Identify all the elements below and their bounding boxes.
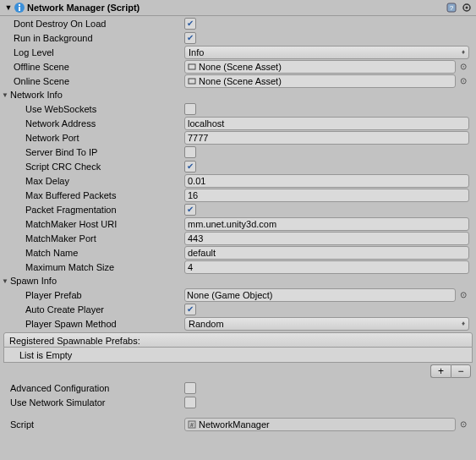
svg-point-6 xyxy=(466,7,468,9)
packet-frag-checkbox[interactable]: ✔ xyxy=(184,204,196,216)
remove-prefab-button[interactable]: − xyxy=(451,364,471,378)
script-value: NetworkManager xyxy=(199,418,270,431)
offline-scene-label: Offline Scene xyxy=(7,60,184,74)
server-bind-checkbox[interactable] xyxy=(184,146,196,158)
player-prefab-label: Player Prefab xyxy=(7,288,184,302)
svg-rect-7 xyxy=(189,64,195,69)
network-address-label: Network Address xyxy=(7,117,184,130)
scene-icon xyxy=(187,76,197,86)
max-delay-label: Max Delay xyxy=(7,174,184,188)
advanced-config-label: Advanced Configuration xyxy=(7,381,184,395)
network-address-input[interactable] xyxy=(184,117,469,130)
chevron-down-icon: ♦ xyxy=(462,47,465,58)
offline-scene-value: None (Scene Asset) xyxy=(199,60,282,74)
online-scene-value: None (Scene Asset) xyxy=(199,74,282,88)
mm-port-input[interactable] xyxy=(184,232,469,245)
help-icon[interactable]: ? xyxy=(446,2,457,14)
network-simulator-label: Use Network Simulator xyxy=(7,396,184,409)
dont-destroy-label: Dont Destroy On Load xyxy=(7,17,184,30)
packet-frag-label: Packet Fragmentation xyxy=(7,203,184,216)
gear-icon[interactable] xyxy=(461,2,473,14)
run-bg-checkbox[interactable]: ✔ xyxy=(184,32,196,44)
chevron-down-icon: ♦ xyxy=(462,318,465,330)
component-title: Network Manager (Script) xyxy=(27,3,446,13)
max-buffered-input[interactable] xyxy=(184,189,469,202)
max-delay-input[interactable] xyxy=(184,174,469,188)
max-buffered-label: Max Buffered Packets xyxy=(7,189,184,202)
spawn-info-header: Spawn Info xyxy=(10,276,57,286)
online-scene-label: Online Scene xyxy=(7,74,184,88)
run-bg-label: Run in Background xyxy=(7,31,184,45)
script-field: # NetworkManager xyxy=(184,418,456,431)
network-port-label: Network Port xyxy=(7,131,184,145)
match-name-input[interactable] xyxy=(184,246,469,260)
add-prefab-button[interactable]: + xyxy=(430,364,451,378)
log-level-label: Log Level xyxy=(7,46,184,59)
svg-text:#: # xyxy=(190,422,194,428)
network-info-header: Network Info xyxy=(10,90,63,100)
spawn-method-label: Player Spawn Method xyxy=(7,317,184,331)
spawn-method-dropdown[interactable]: Random♦ xyxy=(184,317,469,331)
dont-destroy-checkbox[interactable]: ✔ xyxy=(184,18,196,30)
player-prefab-field[interactable]: None (Game Object) xyxy=(184,288,456,302)
mm-host-label: MatchMaker Host URI xyxy=(7,217,184,231)
script-icon xyxy=(14,2,25,14)
network-simulator-checkbox[interactable] xyxy=(184,397,196,408)
mm-host-input[interactable] xyxy=(184,217,469,231)
svg-rect-2 xyxy=(19,7,20,11)
online-scene-field[interactable]: None (Scene Asset) xyxy=(184,74,456,88)
svg-text:?: ? xyxy=(450,4,454,12)
network-info-foldout[interactable]: ▼ xyxy=(2,91,10,99)
player-prefab-picker[interactable]: ⊙ xyxy=(457,289,469,301)
offline-scene-field[interactable]: None (Scene Asset) xyxy=(184,60,456,74)
advanced-config-checkbox[interactable] xyxy=(184,382,196,394)
crc-check-checkbox[interactable]: ✔ xyxy=(184,161,196,172)
spawn-info-foldout[interactable]: ▼ xyxy=(2,277,10,285)
svg-rect-8 xyxy=(189,79,195,84)
websockets-label: Use WebSockets xyxy=(7,102,184,116)
script-picker[interactable]: ⊙ xyxy=(457,419,469,430)
match-size-input[interactable] xyxy=(184,260,469,274)
log-level-value: Info xyxy=(189,47,204,58)
network-port-input[interactable] xyxy=(184,131,469,145)
log-level-dropdown[interactable]: Info♦ xyxy=(184,46,469,59)
match-name-label: Match Name xyxy=(7,246,184,260)
server-bind-label: Server Bind To IP xyxy=(7,145,184,159)
svg-rect-1 xyxy=(19,4,20,6)
websockets-checkbox[interactable] xyxy=(184,103,196,115)
spawn-method-value: Random xyxy=(189,318,224,330)
offline-scene-picker[interactable]: ⊙ xyxy=(457,61,469,73)
crc-check-label: Script CRC Check xyxy=(7,160,184,173)
player-prefab-value: None (Game Object) xyxy=(187,288,272,302)
registered-prefabs-header[interactable]: Registered Spawnable Prefabs: xyxy=(3,332,473,348)
component-foldout[interactable]: ▼ xyxy=(3,3,14,13)
online-scene-picker[interactable]: ⊙ xyxy=(457,75,469,87)
scene-icon xyxy=(187,62,197,72)
auto-create-checkbox[interactable]: ✔ xyxy=(184,304,196,315)
registered-prefabs-empty: List is Empty xyxy=(3,348,473,363)
mm-port-label: MatchMaker Port xyxy=(7,232,184,245)
script-label: Script xyxy=(7,418,184,431)
csharp-icon: # xyxy=(187,419,197,430)
auto-create-label: Auto Create Player xyxy=(7,303,184,316)
match-size-label: Maximum Match Size xyxy=(7,260,184,274)
